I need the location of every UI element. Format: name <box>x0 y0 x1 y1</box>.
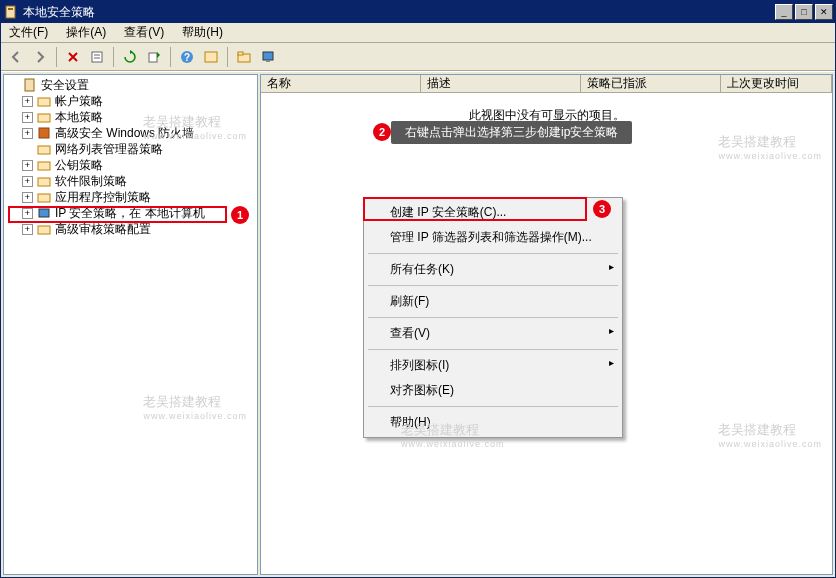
column-name[interactable]: 名称 <box>261 75 421 92</box>
menu-all-tasks[interactable]: 所有任务(K) <box>366 257 620 282</box>
expander-icon <box>8 80 19 91</box>
minimize-button[interactable]: _ <box>775 4 793 20</box>
svg-rect-20 <box>38 194 50 202</box>
menu-align-icons[interactable]: 对齐图标(E) <box>366 378 620 403</box>
menu-action[interactable]: 操作(A) <box>62 22 110 43</box>
svg-rect-11 <box>263 52 273 60</box>
expander-icon[interactable]: + <box>22 160 33 171</box>
list-pane: 名称 描述 策略已指派 上次更改时间 此视图中没有可显示的项目。 右键点击弹出选… <box>260 74 833 575</box>
toolbar-separator <box>170 47 171 67</box>
menubar: 文件(F) 操作(A) 查看(V) 帮助(H) <box>1 23 835 43</box>
svg-text:?: ? <box>184 52 190 63</box>
tree-item-software[interactable]: + 软件限制策略 <box>4 173 257 189</box>
expander-icon[interactable]: + <box>22 224 33 235</box>
expander-icon <box>22 144 33 155</box>
toolbar-separator <box>227 47 228 67</box>
folder-icon <box>36 157 52 173</box>
forward-button[interactable] <box>29 46 51 68</box>
tree-item-ipsec[interactable]: + IP 安全策略，在 本地计算机 <box>4 205 257 221</box>
list-body[interactable]: 此视图中没有可显示的项目。 右键点击弹出选择第三步创建ip安全策略 2 创建 I… <box>261 93 832 574</box>
context-menu: 创建 IP 安全策略(C)... 管理 IP 筛选器列表和筛选器操作(M)...… <box>363 197 623 438</box>
help-button[interactable]: ? <box>176 46 198 68</box>
column-assigned[interactable]: 策略已指派 <box>581 75 721 92</box>
expander-icon[interactable]: + <box>22 176 33 187</box>
tree-item-local[interactable]: + 本地策略 <box>4 109 257 125</box>
svg-rect-13 <box>25 79 34 91</box>
new-policy-button[interactable] <box>200 46 222 68</box>
svg-rect-10 <box>238 52 243 55</box>
tree-item-account[interactable]: + 帐户策略 <box>4 93 257 109</box>
firewall-icon <box>36 125 52 141</box>
menu-view[interactable]: 查看(V) <box>366 321 620 346</box>
menu-view[interactable]: 查看(V) <box>120 22 168 43</box>
tree-item-label: 软件限制策略 <box>55 173 127 190</box>
svg-rect-15 <box>38 114 50 122</box>
delete-button[interactable] <box>62 46 84 68</box>
expander-icon[interactable]: + <box>22 192 33 203</box>
close-button[interactable]: ✕ <box>815 4 833 20</box>
expander-icon[interactable]: + <box>22 208 33 219</box>
tree-item-appcontrol[interactable]: + 应用程序控制策略 <box>4 189 257 205</box>
tree-pane[interactable]: 安全设置 + 帐户策略 + 本地策略 + 高级安全 Windows 防火墙 <box>3 74 258 575</box>
svg-rect-17 <box>38 146 50 154</box>
tree-item-label: 高级安全 Windows 防火墙 <box>55 125 194 142</box>
properties-button[interactable] <box>86 46 108 68</box>
tree-item-network[interactable]: 网络列表管理器策略 <box>4 141 257 157</box>
tree-item-audit[interactable]: + 高级审核策略配置 <box>4 221 257 237</box>
menu-refresh[interactable]: 刷新(F) <box>366 289 620 314</box>
folder-icon <box>36 109 52 125</box>
tree-item-label: IP 安全策略，在 本地计算机 <box>55 205 205 222</box>
list-header: 名称 描述 策略已指派 上次更改时间 <box>261 75 832 93</box>
column-modified[interactable]: 上次更改时间 <box>721 75 832 92</box>
menu-help[interactable]: 帮助(H) <box>366 410 620 435</box>
svg-rect-18 <box>38 162 50 170</box>
folder-icon <box>36 173 52 189</box>
refresh-button[interactable] <box>119 46 141 68</box>
tree-item-pubkey[interactable]: + 公钥策略 <box>4 157 257 173</box>
export-button[interactable] <box>143 46 165 68</box>
titlebar: 本地安全策略 _ □ ✕ <box>1 1 835 23</box>
folder-icon <box>36 189 52 205</box>
tree-root[interactable]: 安全设置 <box>4 77 257 93</box>
tree-item-firewall[interactable]: + 高级安全 Windows 防火墙 <box>4 125 257 141</box>
window-title: 本地安全策略 <box>23 4 775 21</box>
back-button[interactable] <box>5 46 27 68</box>
toolbar-separator <box>56 47 57 67</box>
svg-rect-8 <box>205 52 217 62</box>
annotation-badge-3: 3 <box>593 200 611 218</box>
folder-button[interactable] <box>233 46 255 68</box>
expander-icon[interactable]: + <box>22 128 33 139</box>
expander-icon[interactable]: + <box>22 112 33 123</box>
tree-item-label: 网络列表管理器策略 <box>55 141 163 158</box>
computer-button[interactable] <box>257 46 279 68</box>
maximize-button[interactable]: □ <box>795 4 813 20</box>
main-window: 本地安全策略 _ □ ✕ 文件(F) 操作(A) 查看(V) 帮助(H) ? <box>0 0 836 578</box>
svg-rect-21 <box>39 209 49 217</box>
svg-rect-14 <box>38 98 50 106</box>
svg-rect-0 <box>6 6 15 18</box>
svg-rect-22 <box>38 226 50 234</box>
tree-item-label: 帐户策略 <box>55 93 103 110</box>
tree-item-label: 高级审核策略配置 <box>55 221 151 238</box>
svg-rect-16 <box>39 128 49 138</box>
menu-create-ip-policy[interactable]: 创建 IP 安全策略(C)... <box>366 200 620 225</box>
svg-rect-19 <box>38 178 50 186</box>
expander-icon[interactable]: + <box>22 96 33 107</box>
annotation-badge-1: 1 <box>231 206 249 224</box>
menu-manage-filters[interactable]: 管理 IP 筛选器列表和筛选器操作(M)... <box>366 225 620 250</box>
toolbar-separator <box>113 47 114 67</box>
toolbar: ? <box>1 43 835 71</box>
menu-help[interactable]: 帮助(H) <box>178 22 227 43</box>
column-desc[interactable]: 描述 <box>421 75 581 92</box>
watermark: 老吴搭建教程 www.weixiaolive.com <box>143 393 247 421</box>
folder-icon <box>36 221 52 237</box>
watermark: 老吴搭建教程 www.weixiaolive.com <box>718 421 822 449</box>
menu-file[interactable]: 文件(F) <box>5 22 52 43</box>
folder-icon <box>36 141 52 157</box>
annotation-tooltip: 右键点击弹出选择第三步创建ip安全策略 <box>391 121 632 144</box>
folder-icon <box>36 93 52 109</box>
menu-separator <box>368 406 618 407</box>
menu-separator <box>368 285 618 286</box>
app-icon <box>3 4 19 20</box>
menu-arrange-icons[interactable]: 排列图标(I) <box>366 353 620 378</box>
